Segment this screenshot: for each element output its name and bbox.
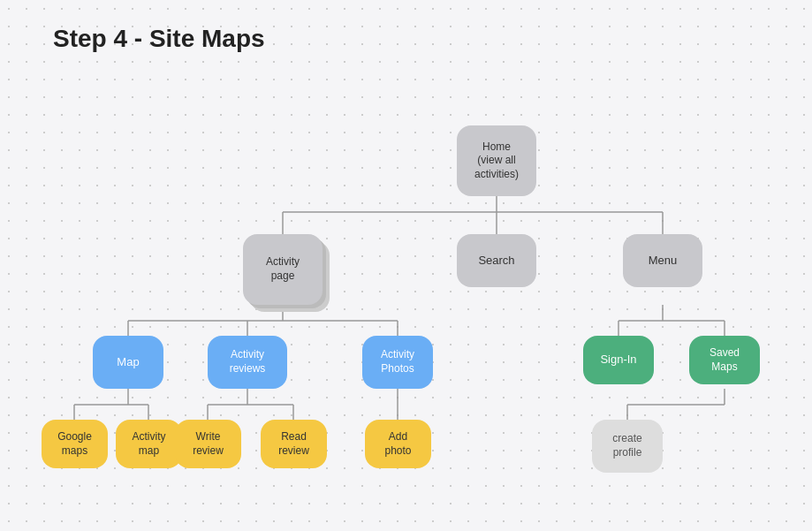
activity-map-node: Activity map xyxy=(116,420,182,468)
sign-in-node: Sign-In xyxy=(583,336,654,384)
create-profile-node: create profile xyxy=(592,420,663,473)
activity-page-node: Activity page xyxy=(243,234,323,305)
map-node: Map xyxy=(93,336,163,389)
add-photo-node: Add photo xyxy=(365,420,431,468)
home-node: Home (view all activities) xyxy=(457,125,536,196)
search-node: Search xyxy=(457,234,536,287)
activity-reviews-node: Activity reviews xyxy=(208,336,287,389)
read-review-node: Read review xyxy=(261,420,327,468)
write-review-node: Write review xyxy=(175,420,241,468)
saved-maps-node: Saved Maps xyxy=(689,336,760,384)
google-maps-node: Google maps xyxy=(42,420,108,468)
activity-photos-node: Activity Photos xyxy=(362,336,433,389)
page-title: Step 4 - Site Maps xyxy=(53,25,265,53)
menu-node: Menu xyxy=(623,234,702,287)
